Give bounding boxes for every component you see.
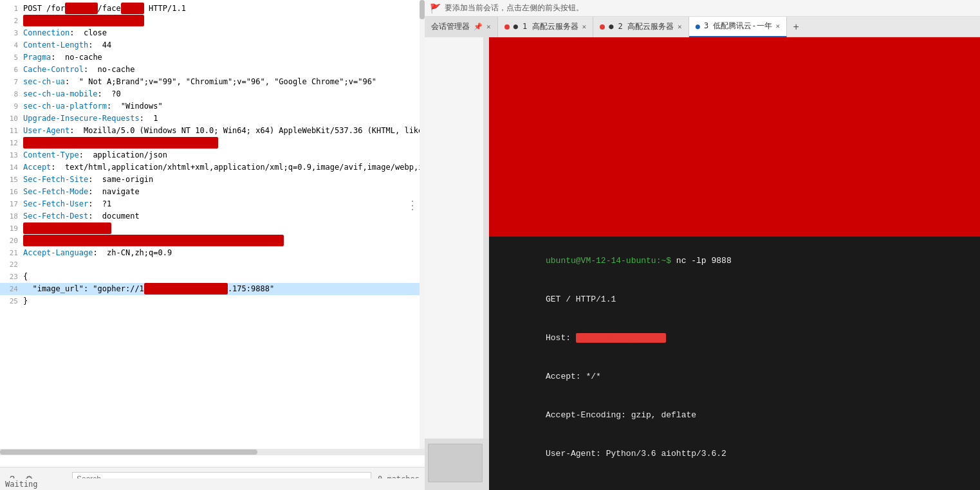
code-line-14: 14 Accept: text/html,application/xhtml+x… — [0, 161, 425, 174]
terminal-cmd-1: nc -lp 9888 — [671, 256, 732, 266]
code-line-9: 9 sec-ch-ua-platform: "Windows" — [0, 100, 425, 113]
code-line-2: 2 xxxxxxxxxxxxxxxxxxxxxxxxxx — [0, 15, 425, 27]
code-line-18: 18 Sec-Fetch-Dest: document — [0, 210, 425, 222]
terminal-line-5: Accept-Encoding: gzip, deflate — [495, 396, 974, 435]
main-content: ubuntu@VM-12-14-ubuntu:~$ nc -lp 9888 GE… — [425, 37, 980, 490]
code-line-15: 15 Sec-Fetch-Site: same-origin — [0, 174, 425, 186]
close-tab-2-button[interactable]: ✕ — [678, 23, 682, 31]
pin-icon: 📌 — [474, 23, 483, 31]
remote-display-area: ubuntu@VM-12-14-ubuntu:~$ nc -lp 9888 GE… — [489, 37, 980, 490]
code-line-19: 19 xxxxxxxxxxxxxxxxxxx — [0, 222, 425, 235]
session-thumb-1[interactable] — [428, 444, 483, 482]
session-manager-label: 会话管理器 — [431, 21, 470, 32]
tab-label-3: 3 低配腾讯云-一年 — [704, 21, 772, 32]
code-line-8: 8 sec-ch-ua-mobile: ?0 — [0, 88, 425, 100]
tab-dot-3: ● — [696, 22, 700, 31]
code-line-5: 5 Pragma: no-cache — [0, 51, 425, 64]
vertical-scrollbar[interactable] — [420, 0, 425, 449]
code-line-13: 13 Content-Type: application/json — [0, 149, 425, 161]
code-line-1: 1 POST /forxxxxxxx/facexxxxx HTTP/1.1 — [0, 3, 425, 15]
notification-bar: 🚩 要添加当前会话，点击左侧的前头按钮。 — [425, 0, 980, 17]
terminal-line-2: GET / HTTP/1.1 — [495, 280, 974, 319]
code-area: 1 POST /forxxxxxxx/facexxxxx HTTP/1.1 2 … — [0, 0, 425, 490]
tab-bar: 会话管理器 📌 ✕ ● 1 高配云服务器 ✕ ● 2 高配云服务器 ✕ ● 3 … — [425, 17, 980, 37]
notification-text: 要添加当前会话，点击左侧的前头按钮。 — [445, 3, 584, 14]
terminal-line-4: Accept: */* — [495, 358, 974, 396]
redacted-2: xxxxx — [121, 3, 144, 14]
session-sidebar — [425, 37, 489, 490]
remote-screen — [489, 37, 980, 237]
code-line-11: 11 User-Agent: Mozilla/5.0 (Windows NT 1… — [0, 125, 425, 137]
code-line-23: 23 { — [0, 271, 425, 283]
code-line-24: 24 "image_url": "gopher://1xxxxxxxxxxxxx… — [0, 283, 425, 295]
terminal-output-2: GET / HTTP/1.1 — [546, 295, 616, 304]
code-line-10: 10 Upgrade-Insecure-Requests: 1 — [0, 113, 425, 125]
redacted-line2: xxxxxxxxxxxxxxxxxxxxxxxxxx — [23, 15, 144, 26]
code-line-25: 25 } — [0, 295, 425, 307]
more-options-button[interactable]: ⋮ — [407, 199, 418, 211]
flag-icon: 🚩 — [430, 3, 441, 14]
redacted-line20: xxxxxxxxxxxxxxxxxxxxxxxxxxxxxxxxxxxxxxxx… — [23, 235, 284, 246]
tab-2[interactable]: ● 2 高配云服务器 ✕ — [593, 17, 689, 37]
sidebar-scrollbar[interactable] — [483, 37, 488, 490]
status-bar: Waiting — [0, 478, 425, 490]
terminal: ubuntu@VM-12-14-ubuntu:~$ nc -lp 9888 GE… — [489, 237, 980, 490]
code-line-4: 4 Content-Length: 44 — [0, 39, 425, 51]
terminal-line-8: ubuntu@VM-12-14-ubuntu:~$ — [495, 486, 974, 490]
session-thumbnails — [425, 439, 488, 490]
add-tab-button[interactable]: + — [787, 18, 805, 36]
left-panel: 1 POST /forxxxxxxx/facexxxxx HTTP/1.1 2 … — [0, 0, 425, 490]
code-line-22: 22 — [0, 259, 425, 271]
close-tab-3-button[interactable]: ✕ — [776, 22, 781, 30]
tab-dot-2 — [600, 24, 605, 30]
redacted-ip: xxxxxxxxxxxxxxxxxx — [144, 283, 228, 295]
terminal-output-3-key: Host: — [546, 333, 576, 343]
code-line-20: 20 xxxxxxxxxxxxxxxxxxxxxxxxxxxxxxxxxxxxx… — [0, 235, 425, 247]
h-scrollbar-thumb[interactable] — [0, 449, 257, 455]
scrollbar-thumb[interactable] — [420, 0, 425, 19]
tab-1[interactable]: ● 1 高配云服务器 ✕ — [498, 17, 594, 37]
terminal-line-6: User-Agent: Python/3.6 aiohttp/3.6.2 — [495, 435, 974, 473]
close-tab-1-button[interactable]: ✕ — [582, 23, 587, 31]
right-panel: 🚩 要添加当前会话，点击左侧的前头按钮。 会话管理器 📌 ✕ ● 1 高配云服务… — [425, 0, 980, 490]
code-line-6: 6 Cache-Control: no-cache — [0, 64, 425, 76]
terminal-prompt-1: ubuntu@VM-12-14-ubuntu:~$ — [546, 256, 671, 266]
session-manager-tab[interactable]: 会话管理器 📌 ✕ — [425, 17, 498, 37]
redacted-line19: xxxxxxxxxxxxxxxxxxx — [23, 222, 111, 234]
terminal-output-4: Accept: */* — [546, 372, 601, 381]
terminal-line-3: Host: xxxxxxxxxxxxxxxxxx — [495, 319, 974, 358]
code-line-7: 7 sec-ch-ua: " Not A;Brand";v="99", "Chr… — [0, 76, 425, 88]
terminal-output-5: Accept-Encoding: gzip, deflate — [546, 410, 696, 420]
redacted-line12: xxxxxxxxxxxxxxxxxxxxxxxxxxxxxxxxxxxxxxxx… — [23, 137, 218, 149]
horizontal-scrollbar[interactable] — [0, 449, 425, 455]
close-session-manager-button[interactable]: ✕ — [486, 23, 491, 31]
status-text: Waiting — [5, 480, 38, 489]
code-line-16: 16 Sec-Fetch-Mode: navigate — [0, 186, 425, 198]
terminal-host-redacted: xxxxxxxxxxxxxxxxxx — [576, 333, 666, 343]
code-line-12: 12 xxxxxxxxxxxxxxxxxxxxxxxxxxxxxxxxxxxxx… — [0, 137, 425, 149]
tab-3[interactable]: ● 3 低配腾讯云-一年 ✕ — [689, 17, 788, 37]
tab-label-2: ● 2 高配云服务器 — [609, 21, 674, 32]
terminal-line-7 — [495, 473, 974, 486]
code-line-3: 3 Connection: close — [0, 27, 425, 39]
tab-dot-1 — [504, 24, 510, 30]
code-line-17: 17 Sec-Fetch-User: ?1 — [0, 198, 425, 210]
terminal-output-6: User-Agent: Python/3.6 aiohttp/3.6.2 — [546, 449, 726, 458]
tab-label-1: ● 1 高配云服务器 — [513, 21, 578, 32]
code-line-21: 21 Accept-Language: zh-CN,zh;q=0.9 — [0, 247, 425, 259]
redacted-1: xxxxxxx — [65, 3, 98, 14]
terminal-line-1: ubuntu@VM-12-14-ubuntu:~$ nc -lp 9888 — [495, 242, 974, 280]
